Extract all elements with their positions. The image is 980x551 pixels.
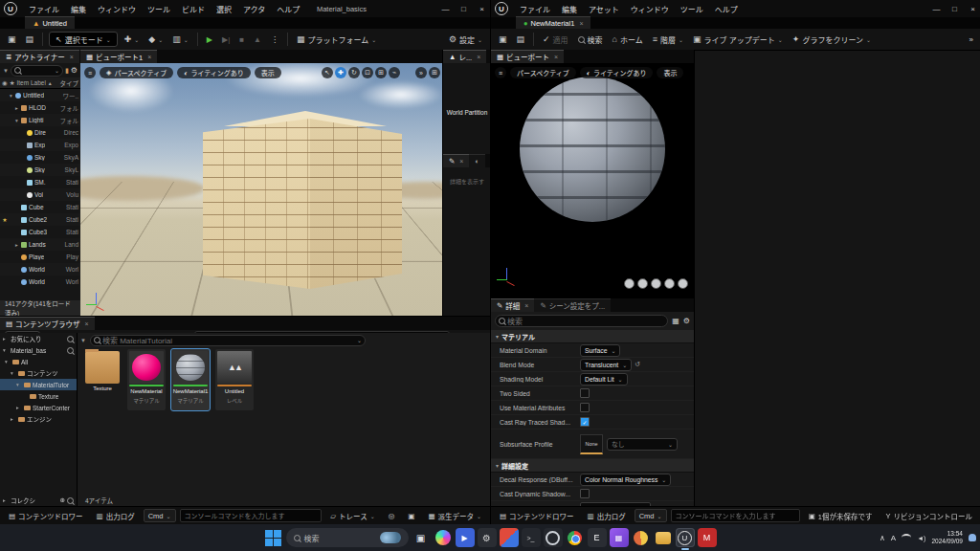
dropdown[interactable]: Color Normal Roughness⌄: [580, 474, 671, 486]
levels-tab[interactable]: ▲ レ...×: [443, 50, 486, 63]
checkbox[interactable]: [580, 489, 590, 498]
output-log-button[interactable]: ▥出力ログ: [92, 509, 140, 522]
folder-tree-item[interactable]: ▸StarterConter: [0, 402, 77, 413]
content-browser-tab[interactable]: ▤ コンテンツブラウザ×: [0, 317, 95, 330]
chrome-icon[interactable]: [568, 531, 582, 545]
task-view-icon[interactable]: ▣: [412, 528, 431, 547]
menu-item[interactable]: アセット: [583, 4, 625, 14]
screenshot-icon[interactable]: ▣: [403, 509, 419, 522]
minimize-button[interactable]: —: [928, 5, 945, 13]
obs-icon[interactable]: [544, 528, 563, 547]
outliner-row[interactable]: ▸LandsLand: [0, 238, 80, 251]
details-section-header[interactable]: ▾マテリアル: [491, 330, 694, 343]
outliner-row[interactable]: SM.Stati: [0, 176, 80, 188]
scene-settings-tab[interactable]: ✎シーン設定をプ...: [534, 298, 611, 312]
console-input[interactable]: [671, 509, 800, 522]
close-icon[interactable]: ×: [147, 54, 151, 60]
menu-item[interactable]: ウィンドウ: [92, 4, 142, 14]
scale-tool-icon[interactable]: ⊡: [362, 67, 373, 78]
asset-view[interactable]: ▼ 検索 MaterialTutorial ⌄ TextureNewMateri…: [78, 333, 490, 508]
unsaved-status[interactable]: ▣1個が未保存です: [804, 509, 878, 522]
asset-card-Untitled[interactable]: Untitledレベル: [215, 349, 254, 410]
minimize-button[interactable]: —: [437, 5, 454, 13]
camera-speed-icon[interactable]: »: [415, 67, 427, 78]
menu-item[interactable]: ビルド: [176, 4, 211, 14]
details-section-header[interactable]: ▾詳細設定: [491, 459, 694, 473]
notification-bell-icon[interactable]: [969, 534, 976, 541]
stop-button[interactable]: ■: [236, 35, 247, 44]
outliner-search-input[interactable]: ⌄: [11, 65, 63, 77]
clean-graph-dropdown[interactable]: ✦グラフをクリーン⌄: [790, 34, 874, 45]
platforms-dropdown[interactable]: ▦ プラットフォーム⌄: [294, 34, 379, 45]
viewport-menu-icon[interactable]: ≡: [84, 67, 96, 78]
clock[interactable]: 13:542024/09/09: [931, 530, 963, 546]
outliner-row[interactable]: ▸HLODフォル: [0, 101, 80, 114]
wifi-icon[interactable]: [902, 534, 911, 541]
star-icon[interactable]: ★: [10, 79, 15, 87]
outliner-row[interactable]: CubeStati: [0, 201, 80, 213]
folder-tree-item[interactable]: ▾コンテンツ: [0, 367, 77, 379]
settings-icon[interactable]: ⚙: [478, 528, 497, 547]
folder-tree-item[interactable]: Texture: [0, 390, 77, 402]
close-icon[interactable]: ×: [579, 20, 583, 27]
asset-card-NewMaterial[interactable]: NewMaterialマテリアル: [127, 349, 166, 410]
menu-item[interactable]: ヘルプ: [709, 4, 744, 14]
frame-skip-button[interactable]: ▶|: [219, 35, 233, 44]
cmd-dropdown[interactable]: Cmd⌄: [635, 509, 667, 522]
copilot-icon[interactable]: [435, 530, 451, 545]
hierarchy-dropdown[interactable]: ≡階層⌄: [650, 34, 686, 45]
level-viewport-scene[interactable]: ≡ ◈パースペクティブ ◐ライティングあり 表示 ↖ ✚ ↻ ⊡ ⊞ ⌁ » ⊞: [80, 63, 442, 316]
cinematics-button[interactable]: ▥⌄: [169, 34, 191, 44]
folder-tree-item[interactable]: ▾All: [0, 356, 77, 367]
details-tab[interactable]: ✎詳細×: [491, 298, 534, 312]
settings-dropdown[interactable]: ⚙ 設定⌄: [446, 34, 485, 45]
asset-search-input[interactable]: 検索 MaterialTutorial ⌄: [90, 335, 366, 346]
hidden-icons-chevron[interactable]: ∧: [880, 534, 885, 542]
viewport-menu-icon[interactable]: ≡: [495, 67, 506, 78]
maximize-button[interactable]: □: [456, 5, 472, 13]
outliner-row[interactable]: WorldWorl: [0, 276, 80, 288]
outliner-row[interactable]: DireDirec: [0, 126, 80, 139]
epic-games-icon[interactable]: E: [588, 528, 607, 547]
live-update-dropdown[interactable]: ▣ライブ アップデート⌄: [690, 34, 786, 45]
menu-item[interactable]: ファイル: [514, 4, 556, 14]
gear-icon[interactable]: ⚙: [71, 66, 78, 75]
folder-tree-item[interactable]: ▾MaterialTutor: [0, 379, 77, 390]
profile-thumbnail[interactable]: None: [580, 434, 603, 454]
outliner-row[interactable]: SkySkyA: [0, 151, 80, 164]
dropdown[interactable]: Surface⌄: [580, 344, 620, 357]
brick-cube-left-face[interactable]: [203, 119, 310, 289]
toolbar-overflow-icon[interactable]: »: [967, 35, 976, 44]
dropdown[interactable]: Default Lit⌄: [580, 373, 628, 386]
mesh-preview-icon[interactable]: [678, 278, 688, 289]
checkbox[interactable]: ✓: [580, 417, 590, 427]
content-drawer-button[interactable]: ▤コンテンツドロワー: [495, 509, 579, 522]
perspective-dropdown[interactable]: パースペクティブ: [510, 67, 576, 78]
ime-indicator[interactable]: A: [891, 534, 896, 542]
world-grid-icon[interactable]: ⊞: [375, 67, 387, 78]
viewport1-tab[interactable]: ▦ ビューポート1×: [80, 50, 157, 63]
console-input[interactable]: [180, 509, 323, 522]
collections-row[interactable]: ▸コレクシ ⊕: [0, 495, 77, 506]
chrome-profile-icon[interactable]: [634, 531, 648, 545]
reset-icon[interactable]: ↺: [635, 361, 640, 368]
taskbar-search[interactable]: 検索: [286, 528, 409, 547]
browse-button[interactable]: ▤: [514, 34, 528, 44]
outliner-row[interactable]: ★Cube2Stati: [0, 213, 80, 226]
menu-item[interactable]: ヘルプ: [271, 4, 305, 14]
browse-button[interactable]: ▤: [23, 34, 37, 44]
menu-item[interactable]: ファイル: [23, 4, 65, 14]
asset-card-NewMaterial1[interactable]: NewMaterial1マテリアル: [171, 349, 210, 410]
output-log-button[interactable]: ▥出力ログ: [583, 509, 631, 522]
details-search-input[interactable]: 検索: [495, 315, 668, 327]
material-preview-panel[interactable]: ▦ ビューポート× ≡ パースペクティブ ◐ライティングあり 表示: [491, 50, 695, 298]
menu-item[interactable]: ツール: [142, 4, 176, 14]
filter-icon[interactable]: ▼: [80, 338, 86, 343]
home-button[interactable]: ⌂ホーム: [610, 34, 646, 45]
outliner-row[interactable]: ▾Untitledワー..: [0, 89, 80, 101]
brick-cube-right-face[interactable]: [310, 119, 402, 289]
level-tab[interactable]: ▲ Untitled: [25, 16, 75, 29]
maximize-button[interactable]: □: [947, 5, 963, 13]
sphere-preview-icon[interactable]: [637, 278, 648, 289]
add-collection-icon[interactable]: ⊕: [60, 496, 65, 504]
